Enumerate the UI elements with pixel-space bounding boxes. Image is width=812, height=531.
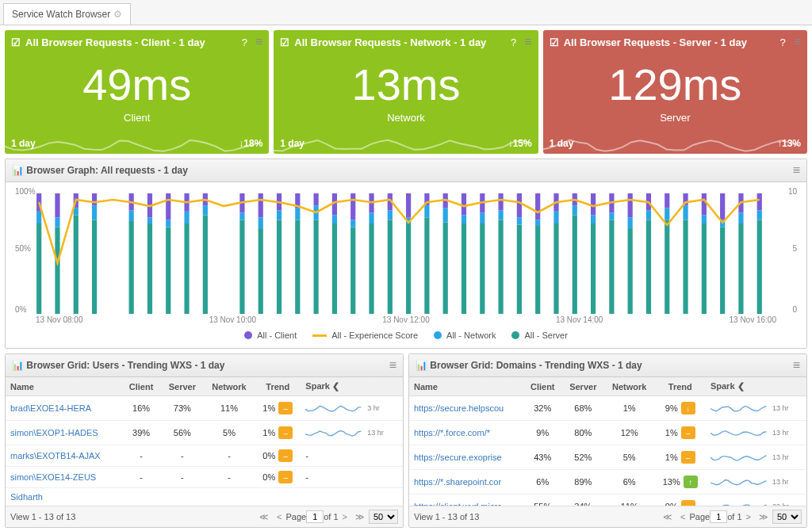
svg-rect-0	[36, 223, 41, 314]
trend-badge: 1% –	[665, 426, 695, 439]
svg-rect-98	[665, 193, 669, 208]
panel-title: Browser Graph: All requests - 1 day	[26, 165, 188, 176]
column-header[interactable]: Trend	[655, 377, 706, 396]
y-right-tick: 0	[792, 305, 797, 314]
help-icon[interactable]: ?	[242, 36, 247, 48]
cell-server: 34%	[562, 495, 604, 506]
legend-item[interactable]: All - Experience Score	[312, 330, 418, 340]
cell-server: -	[161, 445, 204, 467]
column-header[interactable]: Trend	[255, 377, 301, 396]
column-header[interactable]: Server	[562, 377, 604, 396]
cell-client: 32%	[523, 396, 562, 421]
panel-menu-icon[interactable]: ≡	[794, 35, 801, 49]
column-header[interactable]: Client	[523, 377, 562, 396]
chart-area: 100% 50% 0% 10 5 0	[12, 187, 800, 314]
x-tick: 13 Nov 08:00	[36, 315, 83, 324]
row-name-link[interactable]: simon\EXOP1-HADES	[10, 428, 98, 437]
trend-badge: 1% –	[262, 426, 293, 439]
legend-label: All - Experience Score	[331, 330, 418, 340]
panel-grid-users: 📊 Browser Grid: Users - Trending WXS - 1…	[5, 353, 404, 528]
row-name-link[interactable]: https://*.force.com/*	[414, 428, 490, 437]
legend-item[interactable]: All - Client	[244, 330, 297, 340]
svg-rect-79	[553, 212, 558, 223]
pager-last-button[interactable]: ≫	[351, 510, 369, 524]
chart-icon: 📊	[12, 165, 24, 176]
row-name-link[interactable]: brad\EXOE14-HERA	[10, 403, 91, 413]
spark-cell: 13 hr	[710, 474, 802, 490]
y-left-tick: 100%	[15, 187, 36, 196]
row-name-link[interactable]: Sidharth	[10, 492, 43, 502]
table-row: https://*.sharepoint.cor6%89%6%13% ↑13 h…	[409, 470, 806, 495]
pager-next-button[interactable]: >	[339, 510, 351, 523]
svg-rect-71	[498, 193, 503, 210]
svg-rect-16	[147, 217, 152, 223]
column-header[interactable]: Name	[6, 377, 121, 396]
svg-rect-60	[443, 222, 448, 314]
column-header[interactable]: Server	[161, 377, 204, 396]
pager-size-select[interactable]: 50	[369, 510, 398, 524]
legend-item[interactable]: All - Server	[511, 330, 567, 340]
pager-first-button[interactable]: ≪	[255, 510, 273, 524]
panel-menu-icon[interactable]: ≡	[389, 358, 396, 372]
grid-domains-table: NameClientServerNetworkTrendSpark ❮https…	[409, 377, 806, 506]
pager-prev-button[interactable]: <	[273, 510, 285, 523]
panel-title: Browser Grid: Users - Trending WXS - 1 d…	[26, 360, 224, 371]
pager-size-select[interactable]: 50	[772, 510, 802, 524]
pager-first-button[interactable]: ≪	[659, 510, 676, 524]
svg-rect-48	[369, 223, 373, 314]
row-name-link[interactable]: simon\EXOE14-ZEUS	[10, 472, 96, 482]
svg-rect-36	[295, 220, 300, 314]
svg-rect-94	[646, 210, 651, 220]
x-tick: 13 Nov 16:00	[730, 315, 777, 324]
help-icon[interactable]: ?	[511, 36, 516, 48]
cell-network: -	[204, 445, 255, 467]
panel-menu-icon[interactable]: ≡	[524, 35, 531, 49]
svg-rect-58	[424, 205, 429, 217]
kpi-foot-right: ↑13%	[777, 138, 801, 149]
svg-rect-99	[683, 220, 688, 314]
panel-menu-icon[interactable]: ≡	[793, 358, 800, 372]
column-header[interactable]: Client	[121, 377, 161, 396]
pager-prev-button[interactable]: <	[676, 510, 689, 523]
gear-icon[interactable]: ⚙	[113, 9, 122, 20]
legend-item[interactable]: All - Network	[434, 330, 496, 340]
table-row: brad\EXOE14-HERA16%73%11%1% –3 hr	[6, 396, 403, 421]
cell-network: 12%	[604, 421, 655, 445]
row-name-link[interactable]: https://*.sharepoint.cor	[414, 477, 501, 487]
table-row: https://secure.helpscou32%68%1%9% ↓13 hr	[409, 396, 806, 421]
svg-rect-66	[480, 223, 485, 314]
row-name-link[interactable]: marks\EXOTB14-AJAX	[10, 451, 101, 460]
pager-page-input[interactable]	[306, 510, 324, 523]
column-header[interactable]: Network	[204, 377, 255, 396]
column-header[interactable]: Spark ❮	[301, 377, 403, 396]
column-header[interactable]: Spark ❮	[706, 377, 806, 396]
svg-rect-91	[628, 217, 633, 228]
svg-rect-52	[388, 210, 393, 220]
cell-server: -	[161, 467, 204, 488]
column-header[interactable]: Name	[409, 377, 523, 396]
help-icon[interactable]: ?	[779, 36, 785, 48]
spark-cell: 13 hr	[710, 449, 802, 465]
svg-rect-74	[517, 193, 522, 217]
column-header[interactable]: Network	[604, 377, 655, 396]
tab-service-watch-browser[interactable]: Service Watch Browser ⚙	[3, 3, 131, 25]
svg-rect-41	[314, 193, 319, 205]
svg-rect-86	[591, 193, 596, 215]
panel-menu-icon[interactable]: ≡	[793, 163, 800, 178]
svg-rect-103	[702, 215, 707, 223]
legend-swatch	[244, 331, 252, 339]
row-name-link[interactable]: https://secure.helpscou	[414, 403, 504, 413]
pager-page-input[interactable]	[710, 510, 727, 523]
pager-next-button[interactable]: >	[742, 510, 755, 523]
y-right-tick: 10	[788, 187, 797, 196]
row-name-link[interactable]: https://secure.exoprise	[414, 453, 502, 462]
panel-menu-icon[interactable]: ≡	[255, 35, 262, 49]
trend-arrow-icon: –	[681, 500, 695, 506]
pager-last-button[interactable]: ≫	[755, 510, 772, 524]
trend-badge: 0% –	[665, 500, 695, 506]
legend-label: All - Server	[524, 330, 567, 340]
svg-rect-13	[129, 210, 134, 221]
panel-title: Browser Grid: Domains - Trending WXS - 1…	[430, 360, 642, 371]
svg-rect-76	[535, 220, 540, 226]
svg-rect-10	[92, 205, 97, 220]
